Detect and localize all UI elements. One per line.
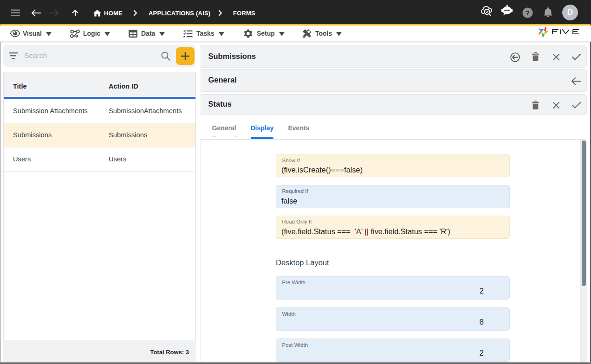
svg-text:?: ? [526,9,530,17]
